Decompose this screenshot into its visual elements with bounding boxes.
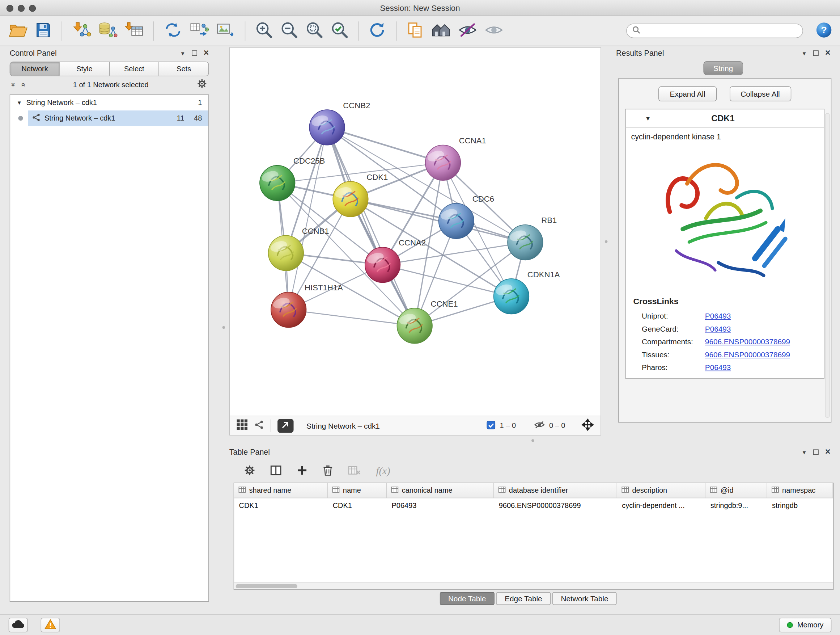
close-window-button[interactable] <box>6 5 13 11</box>
network-node-HIST1H1A[interactable]: HIST1H1A <box>271 283 343 327</box>
cell-description[interactable]: cyclin-dependent ... <box>617 498 706 513</box>
network-options-gear-icon[interactable] <box>197 79 207 91</box>
collection-expand-icon[interactable]: ▼ <box>17 100 22 106</box>
minimize-window-button[interactable] <box>18 5 25 11</box>
string-view-button[interactable] <box>254 420 264 431</box>
network-collection-row[interactable]: ▼ String Network – cdk1 1 <box>10 95 208 111</box>
panel-menu-icon[interactable]: ▼ <box>802 50 807 56</box>
results-scrollbar[interactable] <box>825 113 830 418</box>
tab-network-table[interactable]: Network Table <box>553 592 617 605</box>
zoom-out-button[interactable] <box>279 20 300 42</box>
gene-section-header[interactable]: ▼ CDK1 <box>626 109 824 127</box>
maximize-window-button[interactable] <box>29 5 36 11</box>
table-settings-button[interactable] <box>244 465 255 477</box>
home-button[interactable] <box>430 21 452 41</box>
panel-close-icon[interactable]: × <box>204 50 209 56</box>
search-input[interactable] <box>644 27 797 35</box>
cell-database-identifier[interactable]: 9606.ENSP00000378699 <box>494 498 617 513</box>
network-canvas[interactable]: CCNB2CCNA1CDC25BCDK1CDC6RB1CCNB1CCNA2CDK… <box>230 48 600 416</box>
memory-button[interactable]: Memory <box>779 618 832 632</box>
column-header-id[interactable]: @id <box>706 483 767 498</box>
network-node-CDKN1A[interactable]: CDKN1A <box>494 270 560 314</box>
show-columns-button[interactable] <box>270 465 282 477</box>
network-node-RB1[interactable]: RB1 <box>508 216 557 260</box>
right-splitter-handle[interactable] <box>605 241 607 243</box>
delete-column-button[interactable] <box>323 464 333 478</box>
cell-canonical-name[interactable]: P06493 <box>387 498 494 513</box>
scrollbar-thumb[interactable] <box>236 584 297 588</box>
warnings-button[interactable] <box>41 618 60 632</box>
export-image-button[interactable] <box>215 20 236 41</box>
tab-edge-table[interactable]: Edge Table <box>496 592 551 605</box>
table-row[interactable]: CDK1 CDK1 P06493 9606.ENSP00000378699 cy… <box>234 498 833 513</box>
network-row-selected[interactable]: String Network – cdk1 11 48 <box>28 111 208 126</box>
collapse-all-button[interactable]: Collapse All <box>729 87 791 101</box>
collapse-all-icon[interactable]: » <box>10 82 19 87</box>
hide-graphics-details-button[interactable] <box>457 21 478 41</box>
pharos-link[interactable]: P06493 <box>705 363 731 372</box>
column-header-database-identifier[interactable]: database identifier <box>494 483 617 498</box>
column-header-namespace[interactable]: namespac <box>767 483 833 498</box>
tab-string[interactable]: String <box>703 61 743 75</box>
cell-shared-name[interactable]: CDK1 <box>234 498 328 513</box>
open-in-browser-button[interactable] <box>278 418 294 432</box>
help-button[interactable]: ? <box>815 21 832 40</box>
zoom-selected-button[interactable] <box>330 20 350 42</box>
column-header-shared-name[interactable]: shared name <box>234 483 328 498</box>
cell-namespace[interactable]: stringdb <box>767 498 833 513</box>
pan-mode-button[interactable] <box>581 418 594 432</box>
panel-menu-icon[interactable]: ▼ <box>802 449 807 455</box>
delete-table-button[interactable] <box>348 465 362 477</box>
network-row[interactable]: String Network – cdk1 11 48 <box>10 111 208 126</box>
network-node-CCNB1[interactable]: CCNB1 <box>268 226 329 271</box>
tab-select[interactable]: Select <box>110 62 159 76</box>
open-session-button[interactable] <box>8 21 29 41</box>
cell-name[interactable]: CDK1 <box>328 498 387 513</box>
left-splitter-handle[interactable] <box>223 326 225 329</box>
horizontal-scrollbar[interactable] <box>234 583 833 589</box>
duplicate-document-button[interactable] <box>406 20 425 41</box>
network-from-table-button[interactable] <box>188 20 210 41</box>
expand-all-icon[interactable]: » <box>18 82 27 87</box>
selected-checkbox-icon[interactable] <box>486 420 496 431</box>
panel-float-icon[interactable] <box>813 50 819 56</box>
hidden-eye-slash-icon[interactable] <box>534 420 545 431</box>
zoom-fit-button[interactable] <box>304 20 325 42</box>
save-session-button[interactable] <box>34 20 53 41</box>
panel-menu-icon[interactable]: ▼ <box>180 50 186 56</box>
tab-node-table[interactable]: Node Table <box>439 592 494 605</box>
panel-close-icon[interactable]: × <box>825 449 831 455</box>
uniprot-link[interactable]: P06493 <box>705 312 731 320</box>
tab-style[interactable]: Style <box>60 62 109 76</box>
import-network-file-button[interactable] <box>71 20 92 41</box>
panel-close-icon[interactable]: × <box>825 50 831 56</box>
column-header-canonical-name[interactable]: canonical name <box>387 483 494 498</box>
toolbar-separator <box>62 21 62 41</box>
cloud-status-button[interactable] <box>9 618 28 632</box>
tissues-link[interactable]: 9606.ENSP00000378699 <box>705 350 790 359</box>
gene-expand-icon[interactable]: ▼ <box>645 115 651 122</box>
cell-id[interactable]: stringdb:9... <box>706 498 767 513</box>
zoom-in-button[interactable] <box>254 20 274 42</box>
bottom-splitter-handle[interactable] <box>531 439 534 442</box>
copy-document-icon <box>407 21 424 40</box>
column-header-name[interactable]: name <box>328 483 387 498</box>
panel-float-icon[interactable] <box>192 50 197 56</box>
network-node-CCNA1[interactable]: CCNA1 <box>425 136 486 180</box>
apply-layout-button[interactable] <box>368 20 388 41</box>
tab-network[interactable]: Network <box>10 62 60 76</box>
function-builder-button[interactable]: f(x) <box>376 465 390 477</box>
expand-all-button[interactable]: Expand All <box>659 87 717 101</box>
add-column-button[interactable] <box>297 465 308 477</box>
network-node-CDK1[interactable]: CDK1 <box>333 173 388 217</box>
birds-eye-view-button[interactable] <box>236 419 248 432</box>
compartments-link[interactable]: 9606.ENSP00000378699 <box>705 337 790 346</box>
column-header-description[interactable]: description <box>617 483 706 498</box>
panel-float-icon[interactable] <box>813 449 819 455</box>
import-network-database-button[interactable] <box>97 20 118 41</box>
import-table-button[interactable] <box>123 20 145 41</box>
genecard-link[interactable]: P06493 <box>705 325 731 333</box>
show-graphics-details-button[interactable] <box>483 21 505 41</box>
tab-sets[interactable]: Sets <box>159 62 208 76</box>
clone-network-button[interactable] <box>163 20 184 41</box>
